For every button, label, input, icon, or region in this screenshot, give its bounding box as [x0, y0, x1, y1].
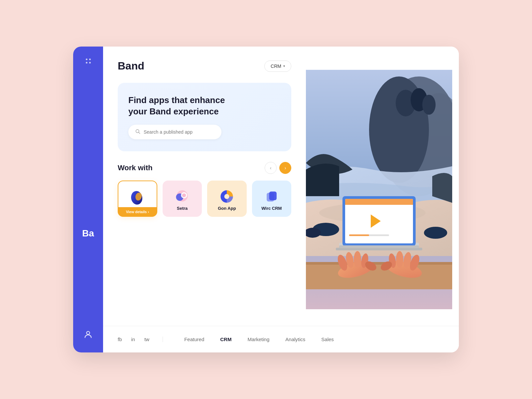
- gon-logo-icon: [217, 187, 236, 206]
- sidebar-menu-icon[interactable]: [86, 59, 91, 64]
- svg-rect-24: [306, 263, 452, 289]
- svg-rect-27: [336, 248, 422, 250]
- nav-fb[interactable]: fb: [118, 336, 122, 342]
- user-icon[interactable]: [83, 330, 93, 340]
- main-content: Band CRM ▾ Find apps that enhance your B…: [103, 47, 459, 352]
- sidebar: Ba: [73, 47, 103, 352]
- app-container: Ba Band CRM ▾: [73, 47, 459, 352]
- svg-rect-25: [306, 262, 452, 265]
- nav-crm[interactable]: CRM: [212, 336, 239, 342]
- right-panel: [306, 53, 452, 326]
- sidebar-logo: Ba: [82, 228, 94, 239]
- next-button[interactable]: ›: [279, 162, 291, 174]
- svg-point-0: [86, 332, 89, 334]
- nav-featured[interactable]: Featured: [176, 336, 212, 342]
- category-nav: Featured CRM Marketing Analytics Sales: [163, 336, 342, 342]
- svg-rect-33: [349, 234, 369, 236]
- svg-point-19: [422, 95, 436, 115]
- setra-logo-icon: [173, 187, 192, 206]
- nav-sales[interactable]: Sales: [313, 336, 342, 342]
- search-headline: Find apps that enhance your Band experie…: [128, 95, 281, 117]
- crm-dropdown[interactable]: CRM ▾: [264, 61, 291, 72]
- svg-point-8: [182, 193, 186, 197]
- nav-in[interactable]: in: [131, 336, 135, 342]
- app-card-setra[interactable]: Setra: [163, 181, 202, 217]
- social-nav: fb in tw: [118, 336, 163, 342]
- work-with-title: Work with: [118, 164, 153, 172]
- bottom-nav: fb in tw Featured CRM Marketing Analytic…: [103, 326, 459, 352]
- app-card-wirc[interactable]: Wirc CRM: [252, 181, 291, 217]
- svg-line-2: [139, 132, 140, 134]
- bunch-logo-icon: [128, 188, 147, 206]
- svg-rect-35: [339, 245, 419, 248]
- nav-tw[interactable]: tw: [144, 336, 149, 342]
- left-panel: Band CRM ▾ Find apps that enhance your B…: [103, 47, 306, 326]
- app-card-bunch[interactable]: Bunch View details ›: [118, 181, 157, 217]
- search-section: Find apps that enhance your Band experie…: [118, 83, 291, 151]
- svg-point-10: [224, 194, 229, 199]
- nav-marketing[interactable]: Marketing: [239, 336, 277, 342]
- top-section: Band CRM ▾ Find apps that enhance your B…: [103, 47, 459, 326]
- app-name-gon: Gon App: [218, 206, 236, 211]
- svg-rect-12: [269, 192, 276, 200]
- hero-illustration: [306, 53, 452, 326]
- search-bar[interactable]: [128, 125, 221, 139]
- wirc-logo-icon: [262, 187, 281, 206]
- nav-analytics[interactable]: Analytics: [277, 336, 313, 342]
- sidebar-top: [86, 59, 91, 64]
- search-icon: [135, 129, 140, 135]
- search-input[interactable]: [144, 129, 215, 135]
- illustration: [306, 53, 452, 326]
- sidebar-user[interactable]: [83, 330, 93, 340]
- nav-buttons: ‹ ›: [265, 162, 291, 174]
- app-cards: Bunch View details › Setra: [118, 181, 291, 217]
- prev-button[interactable]: ‹: [265, 162, 277, 174]
- page-title: Band: [118, 60, 144, 72]
- svg-rect-31: [345, 203, 413, 205]
- app-card-gon[interactable]: Gon App: [207, 181, 246, 217]
- work-with-header: Work with ‹ ›: [118, 162, 291, 174]
- app-name-wirc: Wirc CRM: [261, 206, 282, 211]
- header: Band CRM ▾: [118, 60, 291, 72]
- view-details-button[interactable]: View details ›: [118, 207, 157, 216]
- svg-point-39: [354, 251, 361, 268]
- svg-point-23: [424, 227, 447, 239]
- svg-point-44: [396, 251, 403, 268]
- app-name-setra: Setra: [177, 206, 188, 211]
- chevron-down-icon: ▾: [283, 64, 285, 68]
